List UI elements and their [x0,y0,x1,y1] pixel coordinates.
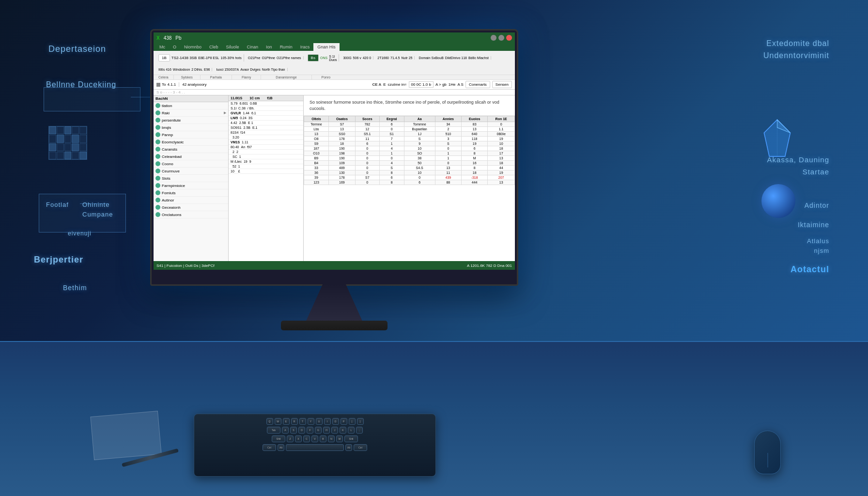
left-panel-item-8[interactable]: Celeambad [154,153,228,160]
key-s[interactable]: S [290,427,297,434]
left-panel-item-5[interactable]: Pannp [154,131,228,139]
key-tab[interactable]: Tab [267,427,280,434]
key-rshift[interactable]: Shft [344,435,358,442]
key-alt[interactable]: Alt [278,444,284,451]
key-p[interactable]: P [341,418,347,425]
minimize-btn[interactable] [491,35,496,41]
floating-label-top-right: Extedomite dbal [766,39,829,49]
tab-gnan-his[interactable]: Gnan His [313,43,340,51]
key-rctrl[interactable]: Ctrl [354,444,367,451]
statusbar-sheet[interactable]: S41 [156,264,163,268]
key-i[interactable]: I [324,418,331,425]
table-row: S9 18 6 1 9 S 19 10 [304,141,515,146]
statusbar-left: S41 | Fuicoiion | Outt Ds | 3dePCf [156,264,215,268]
mid-row-vm1s: VM1S 1.11 [229,140,303,145]
statusbar-item-2[interactable]: Outt Ds [185,264,198,268]
left-panel-item-2[interactable]: Raki ▶ [154,109,228,117]
left-panel-item-3[interactable]: persenllute [154,117,228,124]
tab-iracs[interactable]: Iracs [296,43,314,51]
key-space[interactable] [286,444,344,451]
mid-80-c2: An [241,145,246,149]
tab-mc[interactable]: Mc [155,43,169,51]
key-n[interactable]: N [328,435,335,442]
key-k[interactable]: K [340,427,346,434]
key-m[interactable]: M [336,435,343,442]
item-icon-14 [155,198,160,202]
tab-cleb[interactable]: Cleb [205,43,222,51]
th-euoios: Euoios [462,116,488,122]
floating-label-iktaimine: Iktaimine [798,220,829,229]
key-v[interactable]: V [311,435,318,442]
key-q[interactable]: Q [266,418,273,425]
key-shift[interactable]: Shft [272,435,285,442]
tab-niombo[interactable]: Niomnbo [180,43,205,51]
key-w[interactable]: W [275,418,281,425]
tab-rumin[interactable]: Rumin [276,43,296,51]
tab-siluole[interactable]: Siluole [222,43,243,51]
key-u[interactable]: U [316,418,323,425]
left-panel-item-12[interactable]: Farmpimioice [154,182,228,189]
ribbon-btn-1b[interactable]: 1B [158,54,170,62]
left-panel-item-6[interactable]: Eoomclyaoic [154,139,228,146]
key-semi[interactable]: ; [356,427,363,434]
left-panel-item-16[interactable]: Onclatuons [154,211,228,218]
tab-o[interactable]: O [169,43,180,51]
key-j[interactable]: J [331,427,338,434]
main-sheet: So soinesor furmome source ino thice, St… [304,95,515,261]
table-row: B9 190 0 0 38 1 M 13 [304,156,515,161]
key-ctrl[interactable]: Ctrl [263,444,276,451]
tab-ion[interactable]: Ion [262,43,276,51]
mid-12-c3: 1 [239,155,241,158]
ribbon-text-10: 420 0 [363,56,372,60]
ribbon-group-1: 1B TS2-1438 3SB E8E-1P8 ESL 105-30% hots [156,54,244,62]
key-b[interactable]: B [320,435,326,442]
subh-34: 34 [435,122,461,127]
item-icon-2 [155,110,160,115]
th-oaatos: Oaatos [328,116,355,122]
statusbar-item-3[interactable]: 3dePCf [202,264,215,268]
key-y[interactable]: Y [308,418,314,425]
key-h[interactable]: H [323,427,330,434]
ribbon-text-8: 300G [343,56,351,60]
key-o[interactable]: O [332,418,339,425]
key-f[interactable]: F [307,427,313,434]
close-btn[interactable] [506,35,512,41]
left-panel-item-14[interactable]: Autinor [154,197,228,204]
ribbon-labels: Celera Sylskes Parhala Flanry Dananisnmg… [154,75,515,80]
key-x[interactable]: X [295,435,302,442]
key-bracket-r[interactable]: ] [357,418,364,425]
key-c[interactable]: C [303,435,310,442]
left-panel-item-9[interactable]: Coono [154,160,228,168]
key-d[interactable]: D [298,427,305,434]
sensen-btn[interactable]: Sensen [492,81,512,88]
key-ralt[interactable]: Alt [345,444,352,451]
key-bracket-l[interactable]: [ [349,418,356,425]
label-celera: Celera [154,75,174,79]
left-panel-item-4[interactable]: bnqls [154,124,228,131]
key-a[interactable]: A [282,427,289,434]
key-g[interactable]: G [315,427,322,434]
key-l[interactable]: L [348,427,355,434]
left-panel-item-7[interactable]: Caransts [154,146,228,153]
formula-value-box[interactable]: 00 0C 1.0 b [409,81,434,88]
key-t[interactable]: T [299,418,306,425]
item-label-cara: Caransts [162,147,177,152]
left-panel-item-1[interactable]: tlation [154,102,228,109]
restore-btn[interactable] [498,35,504,41]
key-e[interactable]: E [283,418,290,425]
subh-0: 0 [488,122,515,127]
left-panel-item-11[interactable]: Slots [154,175,228,182]
key-z[interactable]: Z [287,435,294,442]
item-icon-7 [155,147,160,152]
left-panel-item-13[interactable]: Fomluts [154,189,228,197]
tab-cinan[interactable]: Cinan [243,43,263,51]
conenarts-btn[interactable]: Conenarts [465,81,490,88]
item-icon-15 [155,205,160,210]
ribbon-btn-bs[interactable]: Bs [308,54,319,62]
statusbar-item-1[interactable]: Fuicoiion [167,264,182,268]
left-panel-item-10[interactable]: Ceurmuve [154,168,228,175]
key-r[interactable]: R [291,418,298,425]
left-panel-item-15[interactable]: Geceaionh [154,204,228,211]
arrow-label: A > gb [435,82,447,87]
item-icon-16 [155,212,160,217]
